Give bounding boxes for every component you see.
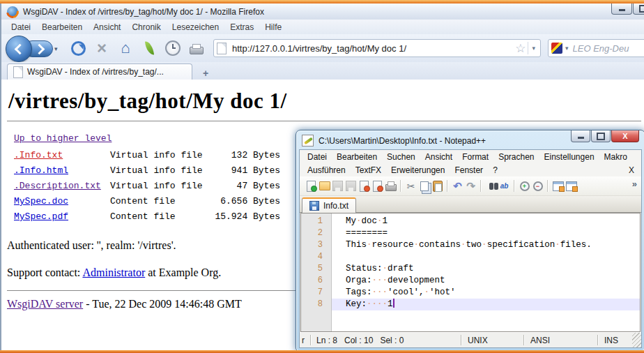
menu-sprachen[interactable]: Sprachen <box>493 151 539 163</box>
nav-history-dropdown[interactable]: ▾ <box>54 45 58 52</box>
file-type: Virtual info file <box>110 179 209 194</box>
find-button[interactable] <box>485 181 497 192</box>
menu-ansicht[interactable]: Ansicht <box>88 21 126 33</box>
toolbar-separator <box>514 180 515 192</box>
bookmark-star-icon[interactable]: ☆ <box>513 43 528 54</box>
tab-title: WsgiDAV - Index of /virtres/by_tag/... <box>27 67 164 77</box>
sync-vertical-button[interactable] <box>552 181 564 192</box>
addon-leaf-button[interactable] <box>139 38 159 58</box>
save-button[interactable] <box>332 181 344 192</box>
restore-button[interactable] <box>591 130 611 142</box>
close-all-button[interactable] <box>371 181 383 192</box>
notepadpp-titlebar[interactable]: C:\Users\Martin\Desktop\Info.txt - Notep… <box>302 133 639 148</box>
menu-help[interactable]: ? <box>488 165 503 176</box>
menu-extras[interactable]: Extras <box>224 21 259 33</box>
zoom-in-button[interactable]: + <box>519 181 530 192</box>
search-input[interactable] <box>572 43 644 54</box>
menu-ausfuehren[interactable]: Ausführen <box>302 165 351 176</box>
firefox-titlebar[interactable]: WsgiDAV - Index of /virtres/by_tag/hot/M… <box>1 3 644 20</box>
menu-datei[interactable]: Datei <box>6 21 36 33</box>
home-icon: ⌂ <box>121 40 130 56</box>
menu-bearbeiten[interactable]: Bearbeiten <box>332 151 382 163</box>
wsgidav-server-link[interactable]: WsgiDAV server <box>7 298 83 310</box>
menu-fenster[interactable]: Fenster <box>450 165 488 176</box>
editor-line: Tags:···'cool',·'hot' <box>332 287 640 299</box>
editor-area[interactable]: 1 2 3 4 5 6 7 8 My·doc·1 ======== This·r… <box>300 213 641 332</box>
search-engine-dropdown[interactable]: ▾ <box>562 45 572 52</box>
minimize-button[interactable] <box>611 3 632 15</box>
toolbar-separator <box>400 180 401 192</box>
back-button[interactable] <box>6 36 32 62</box>
home-button[interactable]: ⌂ <box>116 38 135 58</box>
binoculars-icon <box>489 183 493 190</box>
new-file-button[interactable] <box>305 181 317 192</box>
url-bar[interactable]: ☆ ▾ <box>213 39 541 57</box>
minimize-button[interactable] <box>571 130 590 142</box>
menu-datei[interactable]: Datei <box>302 151 332 163</box>
cut-button[interactable]: ✂ <box>405 181 417 192</box>
save-all-button[interactable] <box>345 181 357 192</box>
redo-button[interactable]: ↷ <box>465 181 477 192</box>
zoom-out-button[interactable]: − <box>532 181 544 192</box>
file-link[interactable]: MySpec.pdf <box>14 209 110 225</box>
print-button[interactable] <box>385 181 397 192</box>
toolbar-separator <box>547 180 549 192</box>
open-file-button[interactable] <box>319 181 330 192</box>
editor-line: This·resource·contains·two·specification… <box>332 239 640 251</box>
copy-button[interactable] <box>418 181 430 192</box>
paste-button[interactable] <box>431 181 443 192</box>
status-doc-type-clipped: r <box>300 336 310 345</box>
menu-suchen[interactable]: Suchen <box>382 151 420 163</box>
undo-icon: ↶ <box>453 181 462 191</box>
file-type: Content file <box>110 194 209 209</box>
close-button[interactable]: X <box>611 130 639 142</box>
tab-info-txt[interactable]: Info.txt <box>302 197 356 213</box>
print-button[interactable] <box>187 38 206 58</box>
menu-makro[interactable]: Makro <box>599 151 632 163</box>
line-number: 2 <box>301 227 323 239</box>
close-file-button[interactable] <box>358 181 370 192</box>
line-number: 3 <box>301 239 323 251</box>
menu-lesezeichen[interactable]: Lesezeichen <box>167 21 224 33</box>
menu-bearbeiten[interactable]: Bearbeiten <box>36 21 88 33</box>
administrator-link[interactable]: Administrator <box>82 266 145 278</box>
notepadpp-client-area: Datei Bearbeiten Suchen Ansicht Format S… <box>299 149 642 348</box>
line-number: 5 <box>301 263 323 275</box>
file-link[interactable]: .Description.txt <box>14 179 110 194</box>
document-close-x[interactable]: X <box>629 165 634 175</box>
status-insert-mode: INS <box>599 336 632 345</box>
new-tab-button[interactable]: + <box>197 66 215 80</box>
editor-line <box>332 251 640 263</box>
url-history-dropdown[interactable]: ▾ <box>528 42 537 54</box>
file-link[interactable]: MySpec.doc <box>14 194 110 209</box>
menu-hilfe[interactable]: Hilfe <box>259 21 287 33</box>
line-number: 4 <box>301 251 323 263</box>
notepadpp-menubar-row1: Datei Bearbeiten Suchen Ansicht Format S… <box>300 150 641 163</box>
text-content[interactable]: My·doc·1 ======== This·resource·contains… <box>332 213 640 331</box>
menu-textfx[interactable]: TextFX <box>351 165 386 176</box>
notepadpp-logo-icon <box>302 135 314 147</box>
menu-ansicht[interactable]: Ansicht <box>420 151 457 163</box>
reload-button[interactable] <box>68 38 88 58</box>
menu-erweiterungen[interactable]: Erweiterungen <box>386 165 450 176</box>
url-input[interactable] <box>231 43 513 54</box>
editor-line-current: Key:····1 <box>332 299 640 310</box>
menu-chronik[interactable]: Chronik <box>126 21 166 33</box>
history-clock-button[interactable] <box>163 38 183 58</box>
file-link[interactable]: .Info.html <box>14 163 110 179</box>
maximize-button[interactable] <box>633 3 644 15</box>
leo-search-engine-icon[interactable] <box>551 43 562 54</box>
back-forward-cluster: ▾ <box>6 35 64 61</box>
menu-einstellungen[interactable]: Einstellungen <box>539 151 599 163</box>
resize-grip[interactable] <box>632 333 641 347</box>
toolbar-overflow-chevron[interactable]: » <box>632 179 637 189</box>
sync-horizontal-button[interactable] <box>565 181 577 192</box>
search-bar[interactable]: ▾ <box>548 39 644 57</box>
up-to-higher-level-link[interactable]: Up to higher level <box>14 131 112 147</box>
menu-format[interactable]: Format <box>457 151 493 163</box>
replace-button[interactable]: ab <box>498 181 510 192</box>
tab-wsgidav[interactable]: WsgiDAV - Index of /virtres/by_tag/... <box>7 63 192 80</box>
file-link[interactable]: .Info.txt <box>14 148 110 163</box>
stop-button[interactable]: × <box>92 38 112 58</box>
undo-button[interactable]: ↶ <box>452 181 463 192</box>
